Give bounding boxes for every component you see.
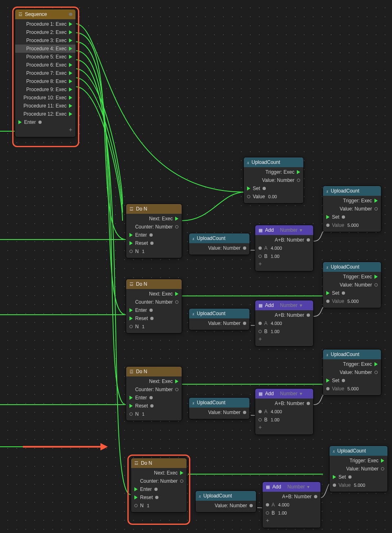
add-operand-button[interactable]: +: [263, 517, 321, 525]
do-n-reset-input[interactable]: Reset: [126, 314, 182, 322]
uploadcount-value-output[interactable]: Value: Number: [323, 281, 381, 289]
do-n-n-input[interactable]: N1: [131, 502, 187, 510]
dropdown-icon[interactable]: ▾: [307, 484, 310, 490]
uploadcount-get-node[interactable]: 𝑥UploadCount Value: Number: [195, 490, 256, 513]
uploadcount-value-output[interactable]: Value: Number: [244, 176, 303, 184]
uploadcount-value-output[interactable]: Value: Number: [330, 465, 388, 473]
do-n-enter-input[interactable]: Enter: [131, 485, 187, 493]
uploadcount-set-input[interactable]: Set: [330, 473, 388, 481]
do-n-next-output[interactable]: Next: Exec: [126, 377, 182, 385]
add-a-input[interactable]: A4.000: [255, 244, 313, 252]
dropdown-icon[interactable]: ▾: [300, 227, 302, 233]
uploadcount-value-input[interactable]: Value5.000: [323, 385, 381, 393]
sequence-output[interactable]: Procedure 4: Exec: [15, 45, 76, 53]
sequence-output[interactable]: Procedure 1: Exec: [15, 20, 76, 28]
uploadcount-set-input[interactable]: Set: [323, 289, 381, 297]
uploadcount-value-output[interactable]: Value: Number: [323, 205, 381, 213]
dropdown-icon[interactable]: ▾: [300, 302, 302, 308]
do-n-node[interactable]: ☲Do N Next: Exec Counter: Number Enter R…: [126, 366, 182, 421]
uploadcount-set-node[interactable]: 𝑥UploadCount Trigger: Exec Value: Number…: [323, 186, 381, 232]
do-n-node[interactable]: ☲Do N Next: Exec Counter: Number Enter R…: [126, 279, 182, 334]
sequence-node[interactable]: ☲ Sequence Procedure 1: Exec Procedure 2…: [15, 9, 76, 137]
uploadcount-get-node[interactable]: 𝑥UploadCount Value: Number: [189, 308, 250, 330]
add-node[interactable]: ▦Add Number▾ A+B: Number A4.000 B1.00 +: [262, 481, 321, 528]
do-n-counter-output[interactable]: Counter: Number: [126, 223, 182, 231]
sequence-output[interactable]: Procedure 2: Exec: [15, 28, 76, 36]
do-n-counter-output[interactable]: Counter: Number: [126, 298, 182, 306]
add-b-input[interactable]: B1.00: [255, 416, 313, 424]
add-a-input[interactable]: A4.000: [255, 319, 313, 327]
do-n-reset-input[interactable]: Reset: [126, 239, 182, 247]
uploadcount-get-node[interactable]: 𝑥UploadCount Value: Number: [189, 397, 250, 419]
do-n-reset-input[interactable]: Reset: [126, 402, 182, 410]
add-operand-button[interactable]: +: [255, 260, 313, 269]
uploadcount-trigger-output[interactable]: Trigger: Exec: [330, 457, 388, 465]
sequence-output[interactable]: Procedure 12: Exec: [15, 110, 76, 118]
sequence-output[interactable]: Procedure 7: Exec: [15, 69, 76, 77]
add-operand-button[interactable]: +: [255, 336, 313, 344]
add-output[interactable]: A+B: Number: [255, 311, 313, 319]
uploadcount-set-node[interactable]: 𝑥UploadCount Trigger: Exec Value: Number…: [323, 262, 381, 308]
uploadcount-get-node[interactable]: 𝑥UploadCount Value: Number: [189, 233, 250, 255]
do-n-n-input[interactable]: N1: [126, 322, 182, 331]
uploadcount-trigger-output[interactable]: Trigger: Exec: [323, 360, 381, 368]
sequence-output[interactable]: Procedure 6: Exec: [15, 61, 76, 69]
sequence-output[interactable]: Procedure 3: Exec: [15, 36, 76, 45]
do-n-n-input[interactable]: N1: [126, 410, 182, 418]
uploadcount-value-input[interactable]: Value0.00: [244, 193, 303, 201]
add-b-input[interactable]: B1.00: [255, 327, 313, 336]
do-n-enter-input[interactable]: Enter: [126, 394, 182, 402]
add-operand-button[interactable]: +: [255, 424, 313, 432]
sequence-header[interactable]: ☲ Sequence: [15, 9, 76, 19]
uploadcount-value-output[interactable]: Value: Number: [189, 319, 249, 327]
add-output[interactable]: A+B: Number: [255, 236, 313, 244]
uploadcount-set-input[interactable]: Set: [323, 213, 381, 221]
add-b-input[interactable]: B1.00: [263, 509, 321, 517]
uploadcount-value-input[interactable]: Value5.000: [323, 221, 381, 229]
add-a-input[interactable]: A4.000: [263, 501, 321, 509]
add-output[interactable]: A+B: Number: [263, 493, 321, 501]
do-n-reset-input[interactable]: Reset: [131, 493, 187, 502]
uploadcount-trigger-output[interactable]: Trigger: Exec: [323, 273, 381, 281]
do-n-header[interactable]: ☲ Do N: [126, 204, 182, 214]
uploadcount-value-input[interactable]: Value5.000: [323, 297, 381, 305]
do-n-enter-input[interactable]: Enter: [126, 231, 182, 239]
do-n-node[interactable]: ☲Do N Next: Exec Counter: Number Enter R…: [131, 458, 187, 513]
uploadcount-set-input[interactable]: Set: [323, 376, 381, 385]
sequence-output[interactable]: Procedure 8: Exec: [15, 77, 76, 85]
sequence-output[interactable]: Procedure 5: Exec: [15, 53, 76, 61]
uploadcount-set-input[interactable]: Set: [244, 184, 303, 193]
uploadcount-trigger-output[interactable]: Trigger: Exec: [244, 168, 303, 176]
uploadcount-trigger-output[interactable]: Trigger: Exec: [323, 197, 381, 205]
add-output[interactable]: A+B: Number: [255, 399, 313, 408]
uploadcount-set-node[interactable]: 𝑥UploadCount Trigger: Exec Value: Number…: [329, 446, 388, 492]
do-n-counter-output[interactable]: Counter: Number: [126, 385, 182, 394]
add-node[interactable]: ▦Add Number▾ A+B: Number A4.000 B1.00 +: [255, 225, 314, 271]
uploadcount-value-output[interactable]: Value: Number: [189, 408, 249, 417]
do-n-next-output[interactable]: Next: Exec: [131, 469, 187, 477]
uploadcount-set-node[interactable]: 𝑥UploadCount Trigger: Exec Value: Number…: [243, 157, 304, 204]
add-output-button[interactable]: +: [15, 126, 76, 134]
do-n-enter-input[interactable]: Enter: [126, 306, 182, 314]
dropdown-icon[interactable]: ▾: [300, 391, 302, 396]
do-n-counter-output[interactable]: Counter: Number: [131, 477, 187, 485]
add-node[interactable]: ▦Add Number▾ A+B: Number A4.000 B1.00 +: [255, 388, 314, 435]
uploadcount-value-output[interactable]: Value: Number: [196, 502, 256, 510]
do-n-next-output[interactable]: Next: Exec: [126, 215, 182, 223]
sequence-output[interactable]: Procedure 10: Exec: [15, 94, 76, 102]
uploadcount-value-output[interactable]: Value: Number: [189, 244, 249, 252]
uploadcount-value-input[interactable]: Value5.000: [330, 481, 388, 489]
add-a-input[interactable]: A4.000: [255, 408, 313, 416]
sequence-enter[interactable]: Enter: [15, 118, 76, 126]
uploadcount-value-output[interactable]: Value: Number: [323, 368, 381, 376]
do-n-node[interactable]: ☲ Do N Next: Exec Counter: Number Enter …: [126, 204, 182, 258]
sequence-output[interactable]: Procedure 11: Exec: [15, 102, 76, 110]
do-n-next-output[interactable]: Next: Exec: [126, 290, 182, 298]
sequence-title: Sequence: [25, 11, 47, 17]
node-canvas[interactable]: ☲ Sequence Procedure 1: Exec Procedure 2…: [0, 0, 392, 533]
uploadcount-set-node[interactable]: 𝑥UploadCount Trigger: Exec Value: Number…: [323, 349, 381, 396]
add-b-input[interactable]: B1.00: [255, 252, 313, 260]
sequence-output[interactable]: Procedure 9: Exec: [15, 85, 76, 94]
do-n-n-input[interactable]: N1: [126, 247, 182, 255]
add-node[interactable]: ▦Add Number▾ A+B: Number A4.000 B1.00 +: [255, 300, 314, 347]
